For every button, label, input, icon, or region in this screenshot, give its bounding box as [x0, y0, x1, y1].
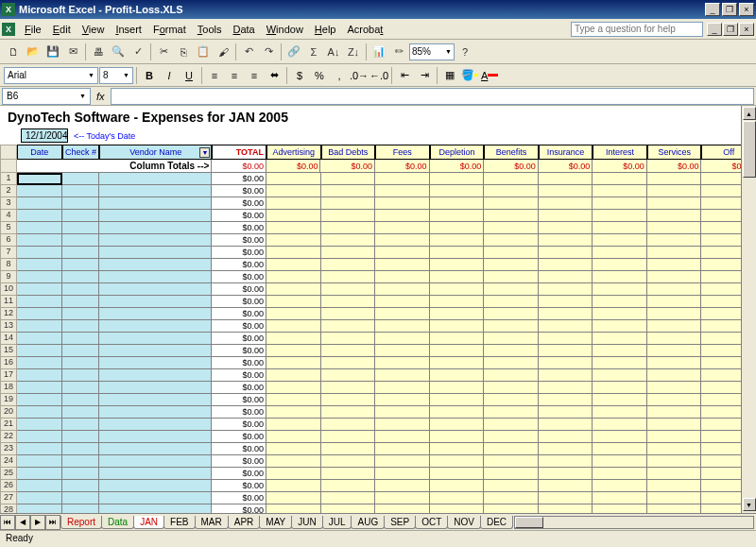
sheet-tab-report[interactable]: Report [60, 516, 102, 529]
fx-icon[interactable]: fx [96, 91, 105, 102]
sheet-tab-data[interactable]: Data [101, 516, 134, 529]
category-cell[interactable] [647, 419, 702, 431]
close-button[interactable]: × [739, 3, 754, 16]
category-cell[interactable] [593, 308, 647, 320]
sheet-tab-feb[interactable]: FEB [163, 516, 195, 529]
category-cell[interactable] [539, 394, 593, 406]
category-cell[interactable] [430, 185, 485, 197]
header-category[interactable]: Advertising [266, 145, 321, 160]
open-icon[interactable]: 📂 [24, 43, 43, 61]
category-cell[interactable] [593, 259, 647, 271]
category-cell[interactable] [647, 382, 702, 394]
category-cell[interactable] [266, 394, 321, 406]
category-cell[interactable] [484, 308, 539, 320]
header-category[interactable]: Fees [375, 145, 430, 160]
chart-icon[interactable]: 📊 [369, 43, 388, 61]
row-number[interactable]: 18 [0, 382, 17, 394]
date-cell[interactable] [17, 333, 62, 345]
category-cell[interactable] [321, 308, 376, 320]
tab-first-button[interactable]: ⏮ [0, 515, 15, 530]
category-cell[interactable] [647, 480, 702, 492]
vendor-cell[interactable] [99, 357, 212, 369]
category-cell[interactable] [375, 222, 430, 234]
align-right-button[interactable]: ≡ [245, 66, 264, 85]
date-cell[interactable] [17, 455, 62, 468]
category-cell[interactable] [539, 222, 593, 234]
sheet-tab-jan[interactable]: JAN [133, 516, 164, 529]
print-preview-icon[interactable]: 🔍 [109, 43, 128, 61]
check-cell[interactable] [62, 443, 100, 455]
category-cell[interactable] [321, 197, 376, 210]
category-cell[interactable] [647, 406, 702, 419]
mdi-close-button[interactable]: × [739, 23, 754, 36]
category-cell[interactable] [647, 185, 702, 197]
category-cell[interactable] [266, 406, 321, 419]
increase-indent-button[interactable]: ⇥ [415, 66, 434, 85]
category-cell[interactable] [539, 197, 593, 210]
category-cell[interactable] [266, 357, 321, 369]
category-cell[interactable] [593, 247, 647, 259]
date-cell[interactable] [17, 406, 62, 419]
vendor-cell[interactable] [99, 197, 212, 210]
category-cell[interactable] [593, 197, 647, 210]
row-number[interactable]: 20 [0, 406, 17, 419]
row-number[interactable]: 14 [0, 333, 17, 345]
category-cell[interactable] [375, 431, 430, 443]
check-cell[interactable] [62, 468, 100, 480]
row-number[interactable]: 15 [0, 345, 17, 357]
currency-button[interactable]: $ [290, 66, 309, 85]
category-cell[interactable] [539, 455, 593, 468]
category-cell[interactable] [539, 382, 593, 394]
minimize-button[interactable]: _ [705, 3, 720, 16]
category-cell[interactable] [266, 259, 321, 271]
row-total-cell[interactable]: $0.00 [212, 492, 266, 504]
scroll-down-button[interactable]: ▼ [743, 498, 756, 511]
row-number[interactable]: 2 [0, 185, 17, 197]
category-cell[interactable] [647, 320, 702, 333]
menu-format[interactable]: Format [147, 22, 192, 37]
category-cell[interactable] [430, 259, 485, 271]
category-cell[interactable] [321, 394, 376, 406]
date-cell[interactable] [17, 234, 62, 247]
date-cell[interactable] [17, 468, 62, 480]
category-cell[interactable] [266, 222, 321, 234]
category-cell[interactable] [266, 271, 321, 283]
category-cell[interactable] [430, 333, 485, 345]
row-total-cell[interactable]: $0.00 [212, 406, 266, 419]
date-cell[interactable] [17, 271, 62, 283]
font-name-select[interactable]: Arial▼ [4, 67, 98, 84]
category-cell[interactable] [647, 443, 702, 455]
header-category[interactable]: Services [647, 145, 702, 160]
copy-icon[interactable]: ⎘ [174, 43, 193, 61]
category-cell[interactable] [375, 210, 430, 222]
category-cell[interactable] [375, 320, 430, 333]
vendor-cell[interactable] [99, 234, 212, 247]
category-cell[interactable] [539, 369, 593, 382]
category-cell[interactable] [430, 406, 485, 419]
category-cell[interactable] [266, 431, 321, 443]
date-cell[interactable] [17, 296, 62, 308]
check-cell[interactable] [62, 419, 100, 431]
category-cell[interactable] [321, 419, 376, 431]
row-total-cell[interactable]: $0.00 [212, 431, 266, 443]
horizontal-scrollbar[interactable] [514, 516, 754, 529]
category-cell[interactable] [484, 271, 539, 283]
row-total-cell[interactable]: $0.00 [212, 369, 266, 382]
category-cell[interactable] [430, 419, 485, 431]
category-cell[interactable] [593, 480, 647, 492]
align-left-button[interactable]: ≡ [205, 66, 224, 85]
vendor-cell[interactable] [99, 210, 212, 222]
category-cell[interactable] [539, 259, 593, 271]
category-cell[interactable] [266, 369, 321, 382]
row-total-cell[interactable]: $0.00 [212, 480, 266, 492]
category-cell[interactable] [266, 234, 321, 247]
category-cell[interactable] [647, 283, 702, 296]
category-total-cell[interactable]: $0.00 [430, 160, 485, 173]
date-cell[interactable] [17, 369, 62, 382]
category-cell[interactable] [321, 406, 376, 419]
category-cell[interactable] [593, 443, 647, 455]
check-cell[interactable] [62, 455, 100, 468]
row-number[interactable]: 22 [0, 431, 17, 443]
category-cell[interactable] [266, 197, 321, 210]
row-total-cell[interactable]: $0.00 [212, 443, 266, 455]
